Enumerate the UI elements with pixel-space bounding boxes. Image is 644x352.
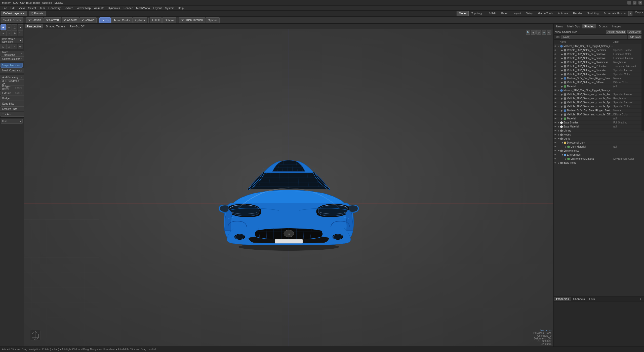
right-tab-images[interactable]: Images [610,24,623,28]
visibility-icon[interactable]: 👁 [554,138,558,140]
vp-settings-icon[interactable]: ⚙ [547,30,551,35]
tab-sculpting[interactable]: Sculpting [585,11,601,16]
extrude-btn[interactable]: Extrude Shift+X [1,91,24,96]
tree-arrow-icon[interactable]: ▶ [561,61,564,64]
shader-tree-item[interactable]: 👁▶Vehicle_SUV_Salon_car_RefractionTransp… [554,64,644,68]
tab-render[interactable]: Render [571,11,584,16]
visibility-icon[interactable]: 👁 [554,142,558,144]
window-controls[interactable]: ─ □ ✕ [627,1,642,5]
visibility-icon[interactable]: 👁 [554,53,558,56]
tool-tri-fill[interactable]: ▲ [18,24,23,30]
tab-setup[interactable]: Setup [524,11,535,16]
menu-view[interactable]: View [17,6,26,10]
menu-help[interactable]: Help [176,6,185,10]
tree-arrow-icon[interactable]: ▶ [561,57,564,60]
assign-material-btn[interactable]: Assign Material [606,30,626,34]
thicken-btn[interactable]: Thicken [1,112,24,117]
add-geometry-btn[interactable]: Add Geometry ▾ [1,75,24,80]
visibility-icon[interactable]: 👁 [554,134,558,136]
mesh-constraints-btn[interactable]: Mesh Constraints [1,68,24,73]
options-btn-3[interactable]: Options [206,17,220,23]
tree-arrow-icon[interactable]: ▶ [558,162,560,164]
shader-tree-item[interactable]: 👁▶Vehicle_SUV_Salon_car_DiffuseDiffuse C… [554,80,644,84]
shader-tree-item[interactable]: 👁▼Environment [554,153,644,157]
vp-camera-icon[interactable]: 📷 [542,30,546,35]
rb-close-btn[interactable]: + [638,297,643,301]
visibility-icon[interactable]: 👁 [554,97,558,100]
shader-tree-item[interactable]: 👁▶Environment MaterialEnvironment Color [554,157,644,161]
snaps-precision-btn[interactable]: Snaps Precision [1,63,23,68]
car-viewport[interactable]: M [24,29,553,346]
visibility-icon[interactable]: 👁 [554,85,558,88]
tree-arrow-icon[interactable]: ▶ [561,97,564,100]
tree-arrow-icon[interactable]: ▶ [561,73,564,76]
tool-circle[interactable]: ○ [6,24,12,30]
shader-tree-item[interactable]: 👁▶Library [554,129,644,133]
right-tab-shading[interactable]: Shading [582,24,596,28]
shader-tree-item[interactable]: 👁▶Vehicle_SUV_Salon_car_SpecularSpecular… [554,68,644,72]
center-selected-btn[interactable]: Center Selected ▾ [1,56,24,61]
tab-paint[interactable]: Paint [499,11,510,16]
shader-tree-item[interactable]: 👁▶Light Material(all) [554,145,644,149]
falloff-button[interactable]: Falloff [150,17,162,23]
menu-edit[interactable]: Edit [9,6,17,10]
menu-vertex-map[interactable]: Vertex Map [75,6,92,10]
shader-tree-item[interactable]: 👁▶Modern_SUV_Car_Blue_Rigged_Salon_car_.… [554,76,644,80]
menu-render[interactable]: Render [122,6,134,10]
close-button[interactable]: ✕ [638,1,642,5]
tool-d2[interactable]: □ [6,44,12,49]
menu-dynamics[interactable]: Dynamics [106,6,122,10]
layout-tab-default[interactable]: Default Layouts ▾ [1,11,27,16]
tool-arrow-tl[interactable]: ↖ [1,30,6,36]
menu-file[interactable]: File [1,6,9,10]
convert-btn-3[interactable]: ⟳ Convert [62,17,79,23]
visibility-icon[interactable]: 👁 [554,154,558,156]
visibility-icon[interactable]: 👁 [554,93,558,96]
minimize-button[interactable]: ─ [627,1,631,5]
tool-d4[interactable]: ⟳ [18,44,23,49]
tree-arrow-icon[interactable]: ▶ [558,121,560,124]
shader-tree-item[interactable]: 👁▼Modern_SUV_Car_Blue_Rigged_Seats_and_c… [554,89,644,93]
tool-select[interactable]: ◉ [1,24,6,30]
tree-arrow-icon[interactable]: ▶ [561,65,564,68]
tree-arrow-icon[interactable]: ▼ [561,142,564,144]
item-menu-dropdown[interactable]: Item Menu: New Item ▾ [1,38,23,43]
shader-tree-item[interactable]: 👁▶Vehicle_SUV_Salon_car_emissiveLuminous… [554,52,644,56]
menu-layout[interactable]: Layout [152,6,163,10]
tree-arrow-icon[interactable]: ▶ [561,81,564,84]
tree-arrow-icon[interactable]: ▶ [561,105,564,108]
tab-game-tools[interactable]: Game Tools [536,11,555,16]
shader-tree-item[interactable]: 👁▶Vehicle_SUV_Seats_and_console_Glossine… [554,97,644,101]
vp-fit-icon[interactable]: ⊕ [531,30,536,35]
rb-tab-channels[interactable]: Channels [571,297,587,301]
tree-arrow-icon[interactable]: ▶ [561,69,564,72]
tree-arrow-icon[interactable]: ▶ [558,125,560,128]
shader-tree-item[interactable]: 👁▶Modern_SUV_Car_Blue_Rigged_Seats_and..… [554,109,644,113]
right-tab-groups[interactable]: Groups [596,24,610,28]
rb-tab-lists[interactable]: Lists [587,297,597,301]
menu-geometry[interactable]: Geometry [47,6,62,10]
visibility-icon[interactable]: 👁 [554,57,558,60]
tab-animate[interactable]: Animate [556,11,570,16]
options-btn-2[interactable]: Options [162,17,176,23]
tree-arrow-icon[interactable]: ▼ [561,154,564,156]
visibility-icon[interactable]: 👁 [554,45,558,48]
shader-tree-item[interactable]: 👁▶Vehicle_SUV_Salon_car_SpecularSpecular… [554,72,644,76]
tree-arrow-icon[interactable]: ▶ [561,53,564,56]
visibility-icon[interactable]: 👁 [554,49,558,52]
menu-system[interactable]: System [164,6,176,10]
tree-arrow-icon[interactable]: ▼ [558,138,560,140]
tool-tri[interactable]: △ [12,24,18,30]
visibility-icon[interactable]: 👁 [554,158,558,160]
shader-tree-item[interactable]: 👁▼Modern_SUV_Car_Blue_Rigged_Salon_car_M… [554,44,644,48]
tab-uvedit[interactable]: UVEdit [485,11,498,16]
tree-arrow-icon[interactable]: ▼ [558,150,560,152]
filter-input[interactable]: (None) [561,35,627,39]
maximize-button[interactable]: □ [633,1,636,5]
convert-btn-1[interactable]: ⟳ Convert [26,17,44,23]
vp-target-icon[interactable]: ⊙ [536,30,541,35]
visibility-icon[interactable]: 👁 [554,81,558,84]
tool-d1[interactable]: ⬡ [1,44,6,49]
tab-topology[interactable]: Topology [469,11,485,16]
rb-tab-properties[interactable]: Properties [554,297,571,301]
